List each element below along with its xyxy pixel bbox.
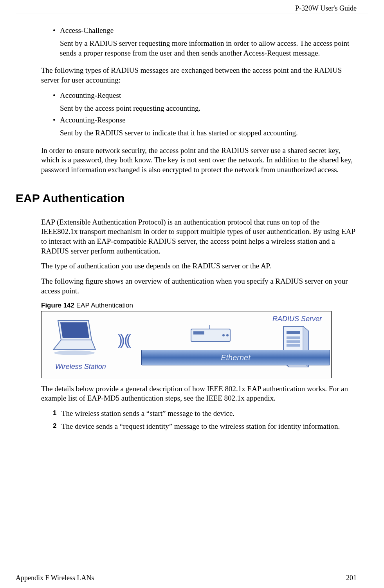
figure-eap-authentication: )) (( Ethernet Wireless Station — [41, 311, 332, 378]
bullet-title: Accounting-Response — [60, 115, 357, 125]
footer-appendix-label: Appendix F Wireless LANs — [16, 574, 94, 583]
bullet-marker: • — [53, 26, 60, 36]
header-guide-title: P-320W User's Guide — [16, 0, 368, 14]
bullet-title: Access-Challenge — [60, 26, 357, 36]
bullet-description: Sent by the access point requesting acco… — [60, 104, 357, 113]
step-number: 1 — [53, 409, 61, 419]
figure-caption: Figure 142 EAP Authentication — [41, 301, 357, 310]
laptop-icon — [49, 318, 96, 356]
page-footer: Appendix F Wireless LANs 201 — [16, 571, 368, 583]
paragraph: In order to ensure network security, the… — [41, 146, 357, 175]
section-heading-eap-authentication: EAP Authentication — [16, 191, 357, 206]
step-text: The device sends a “request identity” me… — [61, 422, 357, 432]
footer-rule — [16, 571, 368, 571]
bullet-marker: • — [53, 91, 60, 101]
svg-point-3 — [54, 351, 95, 355]
bullet-description: Sent by the RADIUS server to indicate th… — [60, 128, 357, 138]
svg-point-6 — [222, 334, 225, 336]
paragraph: The following types of RADIUS messages a… — [41, 66, 357, 85]
wireless-station-label: Wireless Station — [55, 362, 106, 371]
bullet-marker: • — [53, 115, 60, 125]
svg-marker-2 — [53, 340, 96, 350]
access-point-icon — [190, 325, 233, 345]
svg-rect-14 — [287, 344, 300, 347]
paragraph: The type of authentication you use depen… — [41, 261, 357, 271]
svg-rect-12 — [287, 336, 300, 339]
bullet-title: Accounting-Request — [60, 91, 357, 101]
figure-number: Figure 142 — [41, 302, 74, 309]
paragraph: The details below provide a general desc… — [41, 384, 357, 403]
radius-server-label: RADIUS Server — [272, 315, 322, 324]
wireless-signal-icon: )) (( — [118, 331, 129, 349]
step-text: The wireless station sends a “start” mes… — [61, 409, 357, 419]
paragraph: The following figure shows an overview o… — [41, 277, 357, 296]
header-rule — [16, 14, 368, 14]
step-number: 2 — [53, 422, 61, 432]
svg-point-7 — [226, 334, 229, 336]
svg-rect-5 — [193, 331, 204, 334]
bullet-description: Sent by a RADIUS server requesting more … — [60, 39, 357, 58]
svg-rect-11 — [287, 331, 300, 334]
paragraph: EAP (Extensible Authentication Protocol)… — [41, 218, 357, 256]
footer-page-number: 201 — [346, 574, 357, 583]
ethernet-bar: Ethernet — [141, 350, 330, 365]
ethernet-label: Ethernet — [221, 353, 251, 362]
svg-rect-13 — [287, 340, 300, 343]
figure-title: EAP Authentication — [74, 302, 133, 309]
svg-marker-1 — [60, 322, 89, 338]
